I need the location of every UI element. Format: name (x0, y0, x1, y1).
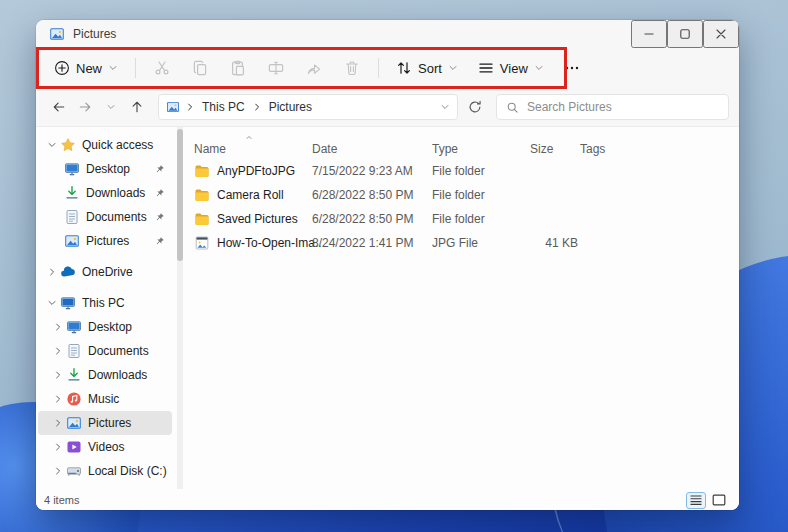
items-count: 4 items (44, 494, 79, 506)
sidebar-item-quick-access-desktop[interactable]: Desktop (38, 157, 172, 181)
sidebar-item-quick-access[interactable]: Quick access (38, 133, 172, 157)
details-view-button[interactable] (686, 492, 706, 509)
document-icon (66, 343, 82, 359)
search-input[interactable] (527, 100, 719, 114)
address-bar: This PCPictures (36, 88, 739, 126)
table-row[interactable]: AnyPDFtoJPG7/15/2022 9:23 AMFile folder (186, 159, 739, 183)
new-button[interactable]: New (44, 55, 128, 81)
paste-button[interactable] (219, 53, 257, 83)
chevron-right-icon[interactable] (50, 439, 66, 455)
chevron-right-icon[interactable] (50, 463, 66, 479)
share-button[interactable] (295, 53, 333, 83)
up-icon (130, 100, 144, 114)
details-view-icon (688, 492, 704, 508)
chevron-right-icon (47, 267, 57, 277)
back-button[interactable] (46, 94, 72, 120)
sidebar-item-label: Pictures (88, 416, 131, 430)
column-header-name[interactable]: Name (194, 142, 312, 159)
chevron-down-icon (108, 63, 118, 73)
copy-button[interactable] (181, 53, 219, 83)
download-icon (64, 185, 80, 201)
column-header-type[interactable]: Type (432, 142, 530, 159)
back-icon (52, 100, 66, 114)
pin-icon (155, 236, 165, 246)
cut-button[interactable] (143, 53, 181, 83)
column-header-tags[interactable]: Tags (580, 142, 739, 159)
sidebar-item-label: Desktop (86, 162, 130, 176)
chevron-right-icon[interactable] (50, 415, 66, 431)
sidebar-item-quick-access-downloads[interactable]: Downloads (38, 181, 172, 205)
sidebar-item-this-pc-local-disk-c[interactable]: Local Disk (C:) (38, 459, 172, 483)
chevron-right-icon[interactable] (50, 319, 66, 335)
rename-button[interactable] (257, 53, 295, 83)
table-row[interactable]: How-To-Open-Ima...8/24/2022 1:41 PMJPG F… (186, 231, 739, 255)
chevron-right-icon (53, 322, 63, 332)
maximize-button[interactable] (667, 20, 703, 48)
new-button-label: New (76, 61, 102, 76)
file-date-cell: 8/24/2022 1:41 PM (312, 236, 432, 250)
folder-icon (194, 187, 210, 203)
minimize-icon (643, 28, 655, 40)
chevron-right-icon[interactable] (50, 367, 66, 383)
table-row[interactable]: Camera Roll6/28/2022 8:50 PMFile folder (186, 183, 739, 207)
breadcrumb-item[interactable]: This PC (200, 99, 247, 115)
maximize-icon (679, 28, 691, 40)
sidebar-item-this-pc-videos[interactable]: Videos (38, 435, 172, 459)
sort-button-label: Sort (418, 61, 442, 76)
up-button[interactable] (124, 94, 150, 120)
delete-button[interactable] (333, 53, 371, 83)
forward-button[interactable] (72, 94, 98, 120)
sidebar-item-this-pc-downloads[interactable]: Downloads (38, 363, 172, 387)
download-icon (66, 367, 82, 383)
window-controls (631, 20, 739, 48)
cut-icon (154, 60, 170, 76)
forward-icon (78, 100, 92, 114)
pictures-app-icon (49, 26, 65, 42)
see-more-button[interactable] (554, 55, 584, 81)
refresh-icon (468, 100, 482, 114)
view-button-label: View (500, 61, 528, 76)
refresh-button[interactable] (462, 94, 488, 120)
breadcrumb-separator-icon (252, 102, 262, 112)
table-row[interactable]: Saved Pictures6/28/2022 8:50 PMFile fold… (186, 207, 739, 231)
onedrive-icon (60, 264, 76, 280)
address-dropdown-icon[interactable] (440, 102, 450, 112)
copy-icon (192, 60, 208, 76)
recent-locations-button[interactable] (98, 94, 124, 120)
folder-icon (194, 163, 210, 179)
sidebar-item-this-pc-music[interactable]: Music (38, 387, 172, 411)
thumbnails-view-button[interactable] (709, 492, 729, 509)
scrollbar-thumb[interactable] (177, 129, 183, 261)
breadcrumb-item[interactable]: Pictures (267, 99, 314, 115)
column-header-date[interactable]: Date (312, 142, 432, 159)
star-icon (60, 137, 76, 153)
chevron-right-icon[interactable] (50, 343, 66, 359)
breadcrumb[interactable]: This PCPictures (158, 94, 458, 120)
delete-icon (344, 60, 360, 76)
sidebar-item-onedrive[interactable]: OneDrive (38, 260, 172, 284)
file-list: NameDateTypeSizeTags AnyPDFtoJPG7/15/202… (186, 127, 739, 489)
sort-button[interactable]: Sort (386, 55, 468, 81)
view-icon (478, 60, 494, 76)
file-date-cell: 6/28/2022 8:50 PM (312, 212, 432, 226)
sidebar-item-this-pc[interactable]: This PC (38, 291, 172, 315)
sidebar-item-quick-access-documents[interactable]: Documents (38, 205, 172, 229)
view-button[interactable]: View (468, 55, 554, 81)
column-header-size[interactable]: Size (530, 142, 580, 159)
chevron-right-icon (53, 466, 63, 476)
sidebar-scrollbar[interactable] (174, 127, 186, 489)
chevron-right-icon[interactable] (50, 391, 66, 407)
sidebar-item-label: Downloads (86, 186, 145, 200)
sidebar-item-quick-access-pictures[interactable]: Pictures (38, 229, 172, 253)
sort-ascending-indicator (244, 134, 254, 144)
sidebar-item-label: Pictures (86, 234, 129, 248)
desktop-wallpaper: Pictures New Sort (0, 0, 788, 532)
sidebar-item-this-pc-documents[interactable]: Documents (38, 339, 172, 363)
close-button[interactable] (703, 20, 739, 48)
sidebar-item-this-pc-desktop[interactable]: Desktop (38, 315, 172, 339)
minimize-button[interactable] (631, 20, 667, 48)
sidebar-item-this-pc-pictures[interactable]: Pictures (38, 411, 172, 435)
sidebar-item-label: Downloads (88, 368, 147, 382)
view-toggles (686, 492, 729, 509)
breadcrumb-items: This PCPictures (185, 99, 314, 115)
